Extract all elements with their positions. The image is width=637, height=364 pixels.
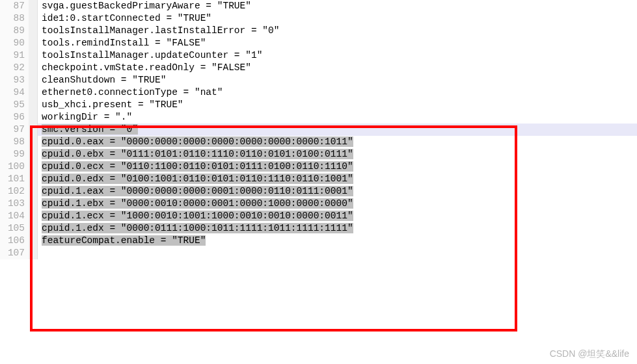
fold-gutter (29, 62, 38, 74)
fold-gutter (29, 198, 38, 210)
code-text[interactable]: cpuid.0.ebx = "0111:0101:0110:1110:0110:… (38, 148, 637, 161)
fold-gutter (29, 74, 38, 86)
fold-gutter (29, 37, 38, 49)
line-number: 96 (0, 111, 29, 124)
line-number: 87 (0, 0, 29, 12)
code-line[interactable]: 97smc.version = "0" (0, 124, 637, 136)
code-text[interactable]: cpuid.0.edx = "0100:1001:0110:0101:0110:… (38, 173, 637, 185)
code-line[interactable]: 106featureCompat.enable = "TRUE" (0, 235, 637, 247)
code-text[interactable]: cleanShutdown = "TRUE" (38, 74, 637, 86)
code-line[interactable]: 107 (0, 247, 637, 259)
line-number: 88 (0, 12, 29, 25)
fold-gutter (29, 247, 38, 259)
code-text[interactable]: svga.guestBackedPrimaryAware = "TRUE" (38, 0, 637, 12)
fold-gutter (29, 0, 38, 12)
fold-gutter (29, 49, 38, 62)
code-text[interactable]: cpuid.0.ecx = "0110:1100:0110:0101:0111:… (38, 161, 637, 173)
fold-gutter (29, 136, 38, 148)
code-line[interactable]: 105cpuid.1.edx = "0000:0111:1000:1011:11… (0, 222, 637, 235)
code-line[interactable]: 91toolsInstallManager.updateCounter = "1… (0, 49, 637, 62)
code-text[interactable]: workingDir = "." (38, 111, 637, 124)
code-text[interactable]: checkpoint.vmState.readOnly = "FALSE" (38, 62, 637, 74)
fold-gutter (29, 111, 38, 124)
line-number: 105 (0, 222, 29, 235)
line-number: 107 (0, 247, 29, 259)
line-number: 102 (0, 185, 29, 198)
line-number: 101 (0, 173, 29, 185)
code-text[interactable]: usb_xhci.present = "TRUE" (38, 99, 637, 111)
code-text[interactable]: cpuid.0.eax = "0000:0000:0000:0000:0000:… (38, 136, 637, 148)
code-text[interactable]: ethernet0.connectionType = "nat" (38, 86, 637, 99)
code-text[interactable]: cpuid.1.ebx = "0000:0010:0000:0001:0000:… (38, 198, 637, 210)
code-text[interactable]: toolsInstallManager.lastInstallError = "… (38, 25, 637, 37)
fold-gutter (29, 12, 38, 25)
line-number: 104 (0, 210, 29, 222)
code-text[interactable]: cpuid.1.edx = "0000:0111:1000:1011:1111:… (38, 222, 637, 235)
code-text[interactable]: smc.version = "0" (38, 124, 637, 136)
line-number: 90 (0, 37, 29, 49)
code-line[interactable]: 87svga.guestBackedPrimaryAware = "TRUE" (0, 0, 637, 12)
code-text[interactable]: toolsInstallManager.updateCounter = "1" (38, 49, 637, 62)
code-text[interactable] (38, 247, 637, 259)
code-line[interactable]: 88ide1:0.startConnected = "TRUE" (0, 12, 637, 25)
fold-gutter (29, 161, 38, 173)
code-line[interactable]: 95usb_xhci.present = "TRUE" (0, 99, 637, 111)
fold-gutter (29, 235, 38, 247)
fold-gutter (29, 99, 38, 111)
code-line[interactable]: 103cpuid.1.ebx = "0000:0010:0000:0001:00… (0, 198, 637, 210)
code-line[interactable]: 92checkpoint.vmState.readOnly = "FALSE" (0, 62, 637, 74)
line-number: 89 (0, 25, 29, 37)
code-line[interactable]: 104cpuid.1.ecx = "1000:0010:1001:1000:00… (0, 210, 637, 222)
line-number: 103 (0, 198, 29, 210)
watermark-text: CSDN @坦笑&&life (550, 348, 629, 360)
fold-gutter (29, 222, 38, 235)
line-number: 99 (0, 148, 29, 161)
fold-gutter (29, 25, 38, 37)
code-line[interactable]: 89toolsInstallManager.lastInstallError =… (0, 25, 637, 37)
code-text[interactable]: ide1:0.startConnected = "TRUE" (38, 12, 637, 25)
code-line[interactable]: 102cpuid.1.eax = "0000:0000:0000:0001:00… (0, 185, 637, 198)
line-number: 91 (0, 49, 29, 62)
code-editor[interactable]: 87svga.guestBackedPrimaryAware = "TRUE"8… (0, 0, 637, 259)
fold-gutter (29, 185, 38, 198)
line-number: 97 (0, 124, 29, 136)
code-line[interactable]: 98cpuid.0.eax = "0000:0000:0000:0000:000… (0, 136, 637, 148)
line-number: 95 (0, 99, 29, 111)
code-line[interactable]: 90tools.remindInstall = "FALSE" (0, 37, 637, 49)
line-number: 93 (0, 74, 29, 86)
code-line[interactable]: 99cpuid.0.ebx = "0111:0101:0110:1110:011… (0, 148, 637, 161)
code-line[interactable]: 101cpuid.0.edx = "0100:1001:0110:0101:01… (0, 173, 637, 185)
line-number: 100 (0, 161, 29, 173)
fold-gutter (29, 210, 38, 222)
code-line[interactable]: 100cpuid.0.ecx = "0110:1100:0110:0101:01… (0, 161, 637, 173)
code-text[interactable]: cpuid.1.eax = "0000:0000:0000:0001:0000:… (38, 185, 637, 198)
fold-gutter (29, 124, 38, 136)
fold-gutter (29, 86, 38, 99)
code-text[interactable]: featureCompat.enable = "TRUE" (38, 235, 637, 247)
code-text[interactable]: tools.remindInstall = "FALSE" (38, 37, 637, 49)
fold-gutter (29, 173, 38, 185)
code-line[interactable]: 96workingDir = "." (0, 111, 637, 124)
line-number: 92 (0, 62, 29, 74)
line-number: 94 (0, 86, 29, 99)
code-line[interactable]: 94ethernet0.connectionType = "nat" (0, 86, 637, 99)
line-number: 106 (0, 235, 29, 247)
code-text[interactable]: cpuid.1.ecx = "1000:0010:1001:1000:0010:… (38, 210, 637, 222)
code-line[interactable]: 93cleanShutdown = "TRUE" (0, 74, 637, 86)
line-number: 98 (0, 136, 29, 148)
fold-gutter (29, 148, 38, 161)
